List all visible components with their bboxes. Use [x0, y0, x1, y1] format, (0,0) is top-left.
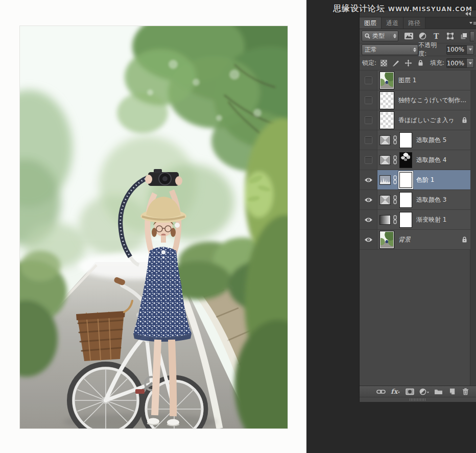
add-layer-mask-button[interactable] [406, 387, 414, 396]
watermark-url: WWW.MISSYUAN.COM [388, 6, 472, 13]
layer-row[interactable]: 图层 1 [360, 70, 470, 90]
layer-name[interactable]: 选取颜色 4 [416, 156, 446, 164]
blend-mode-row: 正常 不透明度: 100% [360, 43, 476, 56]
layer-row[interactable]: 选取颜色 3 [360, 190, 470, 210]
visibility-toggle[interactable] [360, 170, 377, 189]
layer-lock-icon [462, 236, 467, 243]
trash-icon [462, 388, 469, 395]
new-group-button[interactable] [434, 387, 443, 396]
visibility-toggle[interactable] [360, 130, 377, 150]
layer-thumbnail[interactable] [380, 231, 394, 248]
lock-position-icon[interactable] [404, 59, 412, 67]
lock-image-pixels-icon[interactable] [392, 59, 400, 67]
visibility-toggle[interactable] [360, 230, 377, 249]
layer-row[interactable]: 选取颜色 5 [360, 130, 470, 150]
fill-field[interactable]: 100% [446, 58, 467, 68]
layer-mask-thumbnail-selected[interactable] [400, 173, 412, 187]
layer-thumbnail[interactable] [380, 92, 394, 109]
lock-transparent-pixels-icon[interactable] [379, 59, 388, 67]
layer-row-background[interactable]: 背景 [360, 230, 470, 250]
filter-kind-dropdown[interactable]: 类型 [362, 31, 398, 41]
filter-icon-group: T [404, 32, 468, 40]
opacity-label: 不透明度: [418, 41, 444, 58]
new-layer-icon [448, 388, 456, 395]
new-layer-button[interactable] [448, 387, 456, 396]
layer-mask-thumbnail[interactable] [400, 133, 412, 148]
layer-filter-row: 类型 T [360, 29, 476, 43]
link-mask-icon[interactable] [392, 155, 398, 164]
mask-icon [406, 388, 414, 395]
folder-icon [434, 388, 443, 395]
levels-adjustment-icon[interactable] [380, 176, 390, 184]
blend-mode-dropdown[interactable]: 正常 [362, 44, 418, 55]
tab-paths[interactable]: 路径 [403, 17, 425, 29]
layer-mask-thumbnail[interactable] [400, 153, 412, 168]
visibility-hidden-icon [365, 136, 372, 144]
layers-panel: 图层 通道 路径 类型 T [360, 10, 476, 402]
panel-tab-bar: 图层 通道 路径 [360, 17, 476, 29]
chevron-down-icon [427, 392, 429, 394]
layer-row[interactable]: 独特なこうげいで制作... [360, 90, 470, 110]
layer-name[interactable]: 香ほぱしいごま入ヮ [398, 116, 455, 125]
layer-name[interactable]: 渐变映射 1 [416, 216, 446, 224]
layer-lock-icon [462, 117, 467, 124]
layer-name[interactable]: 色阶 1 [416, 176, 434, 184]
link-mask-icon[interactable] [392, 195, 398, 204]
layer-row[interactable]: 香ほぱしいごま入ヮ [360, 110, 470, 130]
panel-menu-icon[interactable] [469, 20, 476, 26]
filter-kind-label: 类型 [372, 32, 385, 40]
fx-icon: fx [391, 388, 397, 395]
link-mask-icon[interactable] [392, 175, 398, 184]
layer-name[interactable]: 选取颜色 3 [416, 196, 446, 204]
visibility-toggle[interactable] [360, 190, 377, 209]
link-layers-button[interactable] [376, 387, 386, 396]
adjustment-icon [419, 388, 426, 395]
panel-resize-grip[interactable] [360, 397, 476, 402]
layer-style-button[interactable]: fx [391, 387, 400, 396]
filter-toggle-switch[interactable] [470, 31, 474, 41]
visibility-toggle[interactable] [360, 150, 377, 170]
selective-color-adjustment-icon[interactable] [380, 136, 390, 145]
document-canvas-area[interactable] [0, 0, 306, 453]
layer-name[interactable]: 选取颜色 5 [416, 136, 446, 145]
opacity-dropdown-button[interactable] [467, 45, 474, 55]
photo-image[interactable] [20, 26, 288, 428]
new-adjustment-layer-button[interactable] [419, 387, 429, 396]
adjustment-layer-filter-icon[interactable] [418, 32, 427, 40]
visibility-toggle[interactable] [360, 70, 377, 90]
lock-icon-group [379, 59, 424, 67]
layer-mask-thumbnail[interactable] [400, 212, 412, 227]
visibility-toggle[interactable] [360, 90, 377, 110]
layer-thumbnail[interactable] [380, 72, 394, 89]
layer-row[interactable]: 渐变映射 1 [360, 210, 470, 230]
link-mask-icon[interactable] [392, 215, 398, 224]
fill-dropdown-button[interactable] [467, 58, 474, 68]
layer-name[interactable]: 背景 [398, 235, 411, 244]
eye-icon [364, 237, 373, 243]
search-icon [365, 33, 370, 39]
tab-layers[interactable]: 图层 [360, 17, 382, 29]
opacity-field[interactable]: 100% [446, 45, 467, 55]
layer-row[interactable]: 选取颜色 4 [360, 150, 470, 170]
visibility-toggle[interactable] [360, 110, 377, 130]
gradient-map-adjustment-icon[interactable] [380, 216, 390, 224]
visibility-toggle[interactable] [360, 210, 377, 229]
pixel-layer-filter-icon[interactable] [404, 32, 413, 40]
layer-thumbnail[interactable] [380, 112, 394, 129]
visibility-hidden-icon [365, 77, 372, 84]
selective-color-adjustment-icon[interactable] [380, 196, 390, 204]
layer-mask-thumbnail[interactable] [400, 193, 412, 207]
lock-all-icon[interactable] [416, 59, 424, 67]
selective-color-adjustment-icon[interactable] [380, 156, 390, 164]
layer-name[interactable]: 图层 1 [398, 76, 416, 85]
layer-row-selected[interactable]: 色阶 1 [360, 170, 470, 190]
smart-object-filter-icon[interactable] [459, 32, 468, 40]
link-mask-icon[interactable] [392, 135, 398, 145]
shape-layer-filter-icon[interactable] [445, 32, 455, 40]
fill-label: 填充: [430, 59, 444, 67]
type-layer-filter-icon[interactable]: T [432, 32, 441, 40]
delete-layer-button[interactable] [461, 387, 469, 396]
layer-name[interactable]: 独特なこうげいで制作... [398, 96, 466, 105]
tab-channels[interactable]: 通道 [382, 17, 403, 29]
eye-icon [364, 217, 373, 223]
